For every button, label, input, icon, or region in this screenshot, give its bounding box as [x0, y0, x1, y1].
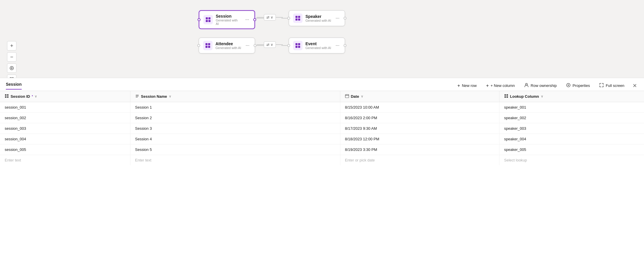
cell-session-name-1: Session 2 — [130, 113, 340, 123]
placeholder-date[interactable]: Enter or pick date — [340, 155, 499, 166]
event-node-info: Event Generated with AI — [305, 41, 332, 50]
col-session-name-label: Session Name — [141, 94, 167, 99]
close-panel-button[interactable]: ✕ — [631, 81, 638, 90]
connector-btn-1[interactable]: ⇄ ∨ — [264, 14, 276, 21]
col-session-id[interactable]: Session ID * ∨ — [0, 91, 130, 102]
node-event[interactable]: Event Generated with AI ··· — [289, 38, 345, 53]
cell-session-id-4: session_005 — [0, 144, 130, 155]
connector-btn-2[interactable]: ⇄ ∨ — [264, 41, 276, 48]
svg-point-27 — [526, 83, 527, 85]
session-name-icon — [135, 94, 139, 99]
table-container: Session ID * ∨ — [0, 91, 644, 256]
session-tab[interactable]: Session — [6, 82, 22, 90]
svg-rect-25 — [295, 46, 298, 48]
panel-header: Session + New row + + New column Row own… — [0, 78, 644, 91]
placeholder-session-name[interactable]: Enter text — [130, 155, 340, 166]
new-column-button[interactable]: + + New column — [484, 82, 517, 90]
svg-rect-26 — [298, 46, 300, 48]
session-node-info: Session Generated with AI — [216, 14, 241, 26]
svg-rect-43 — [504, 96, 506, 98]
col-lookup[interactable]: Lookup Column ∨ — [499, 91, 644, 102]
table-row[interactable]: session_001 Session 1 8/15/2023 10:00 AM… — [0, 102, 644, 113]
session-id-icon — [5, 94, 9, 99]
svg-rect-8 — [12, 78, 13, 78]
new-column-icon: + — [486, 83, 489, 88]
attendee-node-icon — [203, 41, 213, 50]
svg-rect-7 — [10, 78, 11, 78]
svg-rect-36 — [136, 97, 138, 97]
speaker-node-icon — [293, 14, 303, 23]
cell-lookup-2: speaker_003 — [499, 123, 644, 134]
col-date-sort: ∨ — [361, 95, 363, 98]
svg-rect-15 — [295, 16, 298, 18]
node-dot-right-attendee — [254, 44, 256, 47]
session-node-menu[interactable]: ··· — [244, 16, 250, 23]
line-right — [276, 17, 283, 18]
cell-session-id-0: session_001 — [0, 102, 130, 113]
svg-rect-34 — [136, 95, 139, 95]
connector-chevron-2: ∨ — [271, 43, 273, 47]
node-dot-right-speaker — [344, 17, 346, 20]
svg-rect-20 — [208, 43, 210, 45]
cell-session-id-1: session_002 — [0, 113, 130, 123]
svg-rect-16 — [298, 16, 300, 18]
zoom-controls: + − — [7, 41, 16, 78]
table-row[interactable]: session_002 Session 2 8/16/2023 2:00 PM … — [0, 113, 644, 123]
connector-icon: ⇄ — [266, 15, 269, 19]
svg-rect-19 — [205, 43, 208, 45]
cell-lookup-1: speaker_002 — [499, 113, 644, 123]
speaker-node-menu[interactable]: ··· — [334, 15, 341, 21]
placeholder-lookup[interactable]: Select lookup — [499, 155, 644, 166]
fit-view-button[interactable] — [7, 63, 16, 73]
svg-rect-23 — [295, 43, 298, 45]
fullscreen-icon — [599, 83, 604, 88]
event-node-icon — [293, 41, 303, 50]
node-attendee[interactable]: Attendee Generated with AI ··· — [199, 38, 255, 53]
attendee-node-subtitle: Generated with AI — [215, 46, 242, 50]
row-ownership-button[interactable]: Row ownership — [522, 82, 559, 90]
full-screen-button[interactable]: Full screen — [597, 82, 627, 90]
table-row[interactable]: session_003 Session 3 8/17/2023 9:30 AM … — [0, 123, 644, 134]
attendee-node-menu[interactable]: ··· — [244, 42, 251, 49]
svg-rect-30 — [5, 94, 6, 96]
svg-rect-14 — [208, 20, 210, 22]
grid-icon-event — [295, 43, 300, 48]
placeholder-session-id[interactable]: Enter text — [0, 155, 130, 166]
connector-session-speaker: ⇄ ∨ — [257, 14, 283, 21]
grid-icon — [205, 17, 211, 22]
svg-rect-24 — [298, 43, 300, 45]
panel-actions: + New row + + New column Row ownership — [455, 81, 638, 90]
row-ownership-icon — [524, 83, 529, 88]
properties-button[interactable]: Properties — [564, 82, 592, 90]
placeholder-row[interactable]: Enter text Enter text Enter or pick date… — [0, 155, 644, 166]
node-session[interactable]: Session Generated with AI ··· — [199, 10, 255, 29]
col-session-name[interactable]: Session Name ∨ — [130, 91, 340, 102]
svg-point-29 — [568, 85, 569, 86]
connector-chevron: ∨ — [271, 15, 273, 19]
cell-date-1: 8/16/2023 2:00 PM — [340, 113, 499, 123]
node-speaker[interactable]: Speaker Generated with AI ··· — [289, 10, 345, 26]
table-row[interactable]: session_004 Session 4 8/18/2023 12:00 PM… — [0, 134, 644, 144]
col-lookup-sort: ∨ — [541, 95, 543, 98]
col-date-label: Date — [351, 94, 359, 99]
zoom-out-button[interactable]: − — [7, 52, 16, 62]
attendee-node-info: Attendee Generated with AI — [215, 41, 242, 50]
new-row-button[interactable]: + New row — [455, 82, 479, 90]
cell-session-name-4: Session 5 — [130, 144, 340, 155]
connector-icon-2: ⇄ — [266, 43, 269, 47]
map-view-button[interactable] — [7, 75, 16, 78]
session-node-icon — [203, 15, 213, 24]
col-date[interactable]: Date ∨ — [340, 91, 499, 102]
new-row-label: New row — [462, 83, 477, 88]
zoom-in-button[interactable]: + — [7, 41, 16, 50]
svg-rect-37 — [345, 95, 349, 98]
table-row[interactable]: session_005 Session 5 8/19/2023 3:30 PM … — [0, 144, 644, 155]
svg-rect-42 — [507, 94, 508, 96]
event-node-menu[interactable]: ··· — [334, 42, 341, 49]
col-session-id-sort: ∨ — [35, 95, 37, 98]
cell-lookup-0: speaker_001 — [499, 102, 644, 113]
svg-rect-13 — [206, 20, 208, 22]
node-dot-left-event — [287, 44, 290, 47]
svg-rect-35 — [136, 96, 139, 97]
svg-rect-11 — [206, 17, 208, 19]
